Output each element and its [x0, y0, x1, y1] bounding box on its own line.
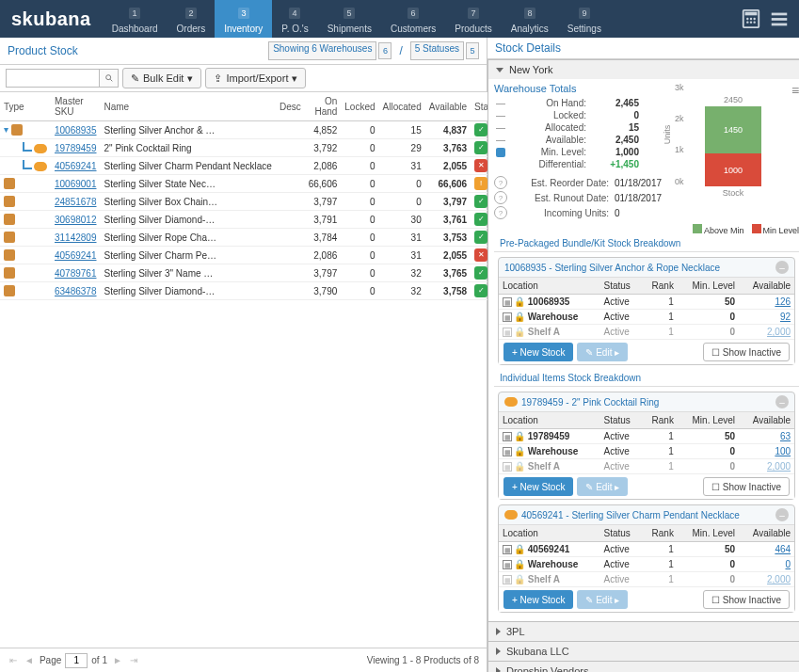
table-row[interactable]: 24851678Sterling Silver Box Chain…3,7970… — [0, 193, 504, 211]
box-icon — [4, 249, 15, 261]
accordion-dropship-vendors[interactable]: Dropship Vendors — [488, 661, 799, 672]
nav-inventory[interactable]: 3Inventory — [215, 0, 272, 38]
help-icon[interactable]: ? — [494, 191, 507, 204]
edit-button[interactable]: ✎ Edit ▸ — [577, 343, 628, 361]
sku-link[interactable]: 40569241 — [55, 161, 97, 171]
table-row[interactable]: 40569241Sterling Silver Charm Pe…2,08603… — [0, 247, 504, 264]
sku-link[interactable]: 19789459 — [55, 143, 97, 153]
nav-pos[interactable]: 4P. O.'s — [272, 0, 317, 38]
box-icon — [4, 285, 15, 296]
svg-text:1: 1 — [133, 8, 137, 18]
pager-first[interactable]: ⇤ — [8, 655, 19, 665]
nav-analytics[interactable]: 8Analytics — [502, 0, 558, 38]
bulk-edit-button[interactable]: ✎ Bulk Edit ▾ — [122, 68, 201, 88]
pagination: ⇤ ◄ Page of 1 ► ⇥ Viewing 1 - 8 Products… — [0, 648, 487, 672]
nav-orders[interactable]: 2Orders — [168, 0, 216, 38]
breakdown-row[interactable]: ▦🔒 Shelf AActive102,000 — [499, 459, 794, 474]
new-stock-button[interactable]: + New Stock — [503, 343, 573, 361]
breakdown-row[interactable]: ▦🔒 WarehouseActive100 — [499, 557, 794, 572]
card-title: 10068935 - Sterling Silver Anchor & Rope… — [504, 263, 720, 273]
sku-link[interactable]: 10069001 — [55, 179, 97, 189]
show-inactive-button[interactable]: ☐ Show Inactive — [703, 590, 790, 609]
accordion-skubana-llc[interactable]: Skubana LLC — [488, 641, 799, 661]
table-row[interactable]: 31142809Sterling Silver Rope Cha…3,78403… — [0, 229, 504, 247]
nav-products[interactable]: 7Products — [445, 0, 501, 38]
svg-point-29 — [105, 75, 110, 80]
table-row[interactable]: 30698012Sterling Silver Diamond-…3,79103… — [0, 211, 504, 229]
breakdown-row[interactable]: ▦🔒 Shelf AActive102,000 — [499, 572, 794, 587]
top-nav: 1Dashboard2Orders3Inventory4P. O.'s5Ship… — [103, 0, 611, 38]
table-row[interactable]: ▾ 10068935Sterling Silver Anchor & …4,85… — [0, 121, 504, 139]
help-icon[interactable]: ? — [494, 176, 507, 189]
new-stock-button[interactable]: + New Stock — [503, 477, 573, 496]
svg-point-24 — [750, 21, 752, 23]
svg-text:3: 3 — [241, 8, 246, 18]
child-arrow-icon — [23, 142, 32, 152]
items-breakdown-header: Individual Items Stock Breakdown — [494, 370, 799, 387]
box-icon — [4, 178, 15, 189]
sku-link[interactable]: 40569241 — [55, 250, 97, 261]
svg-text:8: 8 — [527, 8, 532, 18]
breakdown-row[interactable]: ▦🔒 WarehouseActive10100 — [499, 444, 794, 459]
sku-link[interactable]: 24851678 — [55, 197, 97, 207]
breakdown-row[interactable]: ▦🔒 Shelf AActive102,000 — [499, 325, 794, 340]
status-select[interactable]: 5 Statuses — [410, 41, 464, 60]
search-input[interactable] — [6, 69, 100, 88]
pager-page-input[interactable] — [65, 653, 88, 668]
sku-link[interactable]: 63486378 — [55, 286, 97, 296]
collapse-icon[interactable]: – — [775, 395, 789, 408]
table-row[interactable]: 63486378Sterling Silver Diamond-…3,79003… — [0, 282, 504, 300]
nav-customers[interactable]: 6Customers — [381, 0, 445, 38]
edit-button[interactable]: ✎ Edit ▸ — [577, 477, 628, 496]
warehouse-select[interactable]: Showing 6 Warehouses — [268, 41, 376, 60]
product-grid: Type Master SKU Name Desc On Hand Locked… — [0, 92, 504, 300]
table-row[interactable]: 40789761Sterling Silver 3" Name …3,79703… — [0, 264, 504, 282]
new-stock-button[interactable]: + New Stock — [503, 590, 573, 609]
sku-link[interactable]: 30698012 — [55, 215, 97, 225]
breakdown-row[interactable]: ▦🔒 WarehouseActive1092 — [499, 310, 794, 325]
sku-link[interactable]: 40789761 — [55, 268, 97, 279]
item-icon — [504, 397, 518, 407]
pager-last[interactable]: ⇥ — [128, 655, 139, 665]
item-icon — [504, 510, 518, 520]
search-button[interactable] — [100, 69, 119, 88]
breakdown-row[interactable]: ▦🔒 10068935Active150126 — [499, 295, 794, 310]
table-row[interactable]: 10069001Sterling Silver State Nec…66,606… — [0, 175, 504, 193]
edit-button[interactable]: ✎ Edit ▸ — [577, 590, 628, 609]
breakdown-row[interactable]: ▦🔒 19789459Active15063 — [499, 429, 794, 444]
breakdown-card: 10068935 - Sterling Silver Anchor & Rope… — [498, 257, 795, 365]
accordion-3pl[interactable]: 3PL — [488, 621, 799, 641]
show-inactive-button[interactable]: ☐ Show Inactive — [703, 343, 790, 361]
collapse-icon[interactable]: – — [775, 261, 789, 274]
accordion-new-york[interactable]: New York — [488, 59, 799, 79]
sku-link[interactable]: 10068935 — [55, 125, 97, 136]
svg-rect-27 — [772, 18, 788, 21]
show-inactive-button[interactable]: ☐ Show Inactive — [703, 477, 790, 496]
table-row[interactable]: 40569241Sterling Silver Charm Pendant Ne… — [0, 157, 504, 175]
nav-settings[interactable]: 9Settings — [558, 0, 611, 38]
svg-text:5: 5 — [347, 8, 352, 18]
bundle-icon — [11, 124, 23, 136]
item-icon — [34, 144, 47, 153]
svg-rect-19 — [745, 12, 758, 16]
status-badge: ✓ — [474, 195, 487, 208]
sku-link[interactable]: 31142809 — [55, 232, 97, 243]
nav-dashboard[interactable]: 1Dashboard — [103, 0, 168, 38]
svg-text:7: 7 — [471, 8, 476, 18]
chart-menu-icon[interactable]: ≡ — [791, 83, 799, 98]
table-row[interactable]: 197894592" Pink Cocktail Ring3,7920293,7… — [0, 139, 504, 157]
status-badge: ! — [474, 177, 487, 190]
import-export-button[interactable]: ⇪ Import/Export ▾ — [205, 68, 306, 88]
pager-prev[interactable]: ◄ — [23, 655, 36, 665]
help-icon[interactable]: ? — [494, 206, 507, 219]
calculator-icon[interactable] — [737, 5, 765, 33]
hamburger-icon[interactable] — [765, 5, 793, 33]
status-count: 5 — [466, 42, 479, 59]
card-title: 40569241 - Sterling Silver Charm Pendant… — [521, 510, 740, 520]
breakdown-row[interactable]: ▦🔒 40569241Active150464 — [499, 542, 794, 557]
nav-shipments[interactable]: 5Shipments — [318, 0, 381, 38]
svg-line-30 — [110, 79, 112, 81]
pager-next[interactable]: ► — [111, 655, 124, 665]
collapse-icon[interactable]: – — [775, 508, 789, 521]
svg-text:9: 9 — [582, 8, 586, 18]
